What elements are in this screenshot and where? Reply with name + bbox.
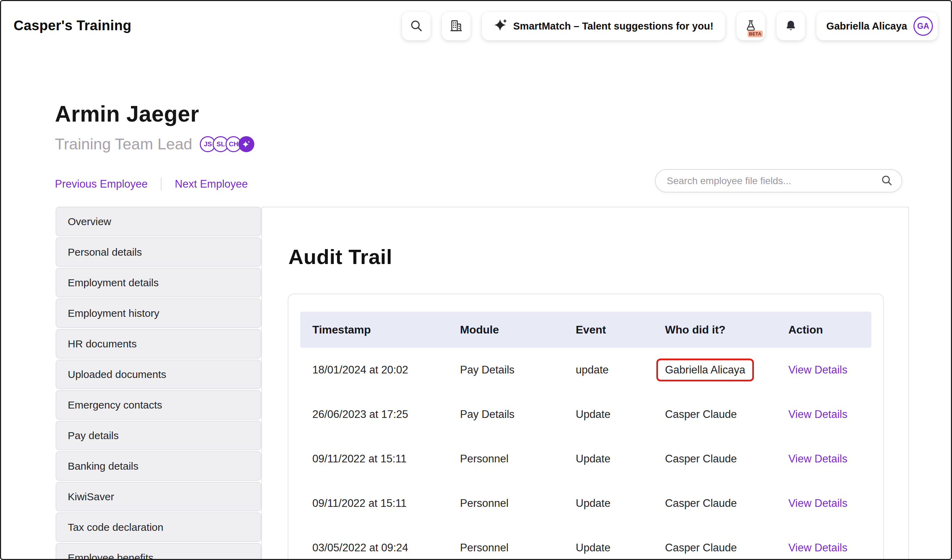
sidebar-item[interactable]: Banking details: [56, 451, 261, 481]
sidebar-item-label: Emergency contacts: [68, 399, 162, 411]
avatar: GA: [913, 16, 933, 36]
view-details-link[interactable]: View Details: [788, 541, 847, 554]
content-panel: Audit Trail Timestamp Module Event Who d…: [261, 207, 909, 560]
employee-file-search: [655, 169, 902, 193]
sidebar-item-label: Uploaded documents: [68, 369, 167, 380]
sidebar-item[interactable]: Tax code declaration: [56, 512, 261, 542]
employee-role: Training Team Lead: [55, 135, 192, 153]
sidebar-item-label: Overview: [68, 216, 111, 228]
sidebar-item[interactable]: Employee benefits: [56, 543, 261, 560]
column-header: Event: [564, 323, 653, 336]
organisation-button[interactable]: [442, 12, 470, 40]
cell-module: Pay Details: [448, 364, 564, 376]
cell-event: update: [564, 364, 653, 376]
sparkle-icon: [494, 18, 508, 34]
column-header: Module: [448, 323, 564, 336]
sidebar-item[interactable]: HR documents: [56, 329, 261, 358]
table-row: 03/05/2022 at 09:24 Personnel Update Cas…: [300, 526, 872, 560]
beta-labs-button[interactable]: BETA: [737, 12, 765, 40]
cell-event: Update: [564, 541, 653, 554]
app-title: Casper's Training: [14, 18, 131, 33]
who-value: Gabriella Alicaya: [656, 358, 754, 381]
cell-timestamp: 09/11/2022 at 15:11: [300, 497, 448, 510]
sidebar-item[interactable]: Emergency contacts: [56, 390, 261, 420]
column-header: Who did it?: [653, 323, 776, 336]
cell-who: Casper Claude: [653, 408, 776, 421]
cell-action: View Details: [776, 497, 872, 510]
sidebar-item[interactable]: Uploaded documents: [56, 359, 261, 389]
cell-event: Update: [564, 497, 653, 510]
table-row: 09/11/2022 at 15:11 Personnel Update Cas…: [300, 481, 872, 526]
sidebar-item-label: HR documents: [68, 338, 136, 350]
cell-action: View Details: [776, 408, 872, 421]
column-header: Timestamp: [300, 323, 448, 336]
view-details-link[interactable]: View Details: [788, 497, 847, 509]
cell-module: Personnel: [448, 541, 564, 554]
cell-action: View Details: [776, 453, 872, 465]
notifications-button[interactable]: [777, 12, 805, 40]
sidebar-item-label: Employee benefits: [68, 552, 154, 560]
table-row: 26/06/2023 at 17:25 Pay Details Update C…: [300, 392, 872, 437]
sidebar-item-label: Employment history: [68, 307, 159, 319]
smartmatch-button[interactable]: SmartMatch – Talent suggestions for you!: [482, 12, 725, 40]
table-row: 09/11/2022 at 15:11 Personnel Update Cas…: [300, 437, 872, 481]
cell-module: Personnel: [448, 453, 564, 465]
next-employee-link[interactable]: Next Employee: [175, 178, 248, 190]
previous-employee-link[interactable]: Previous Employee: [55, 178, 148, 190]
who-value: Casper Claude: [665, 541, 737, 554]
cell-timestamp: 09/11/2022 at 15:11: [300, 453, 448, 465]
cell-who: Gabriella Alicaya: [653, 358, 776, 381]
sidebar-item[interactable]: Employment history: [56, 298, 261, 328]
divider: [161, 177, 162, 191]
cell-action: View Details: [776, 541, 872, 554]
view-details-link[interactable]: View Details: [788, 364, 847, 376]
building-icon: [450, 19, 463, 33]
search-icon: [410, 19, 423, 33]
view-details-link[interactable]: View Details: [788, 453, 847, 465]
smartmatch-label: SmartMatch – Talent suggestions for you!: [513, 20, 713, 32]
cell-timestamp: 03/05/2022 at 09:24: [300, 541, 448, 554]
sidebar-item-label: Tax code declaration: [68, 521, 163, 533]
column-header: Action: [776, 323, 872, 336]
cell-action: View Details: [776, 364, 872, 376]
audit-table-card: Timestamp Module Event Who did it? Actio…: [288, 293, 884, 560]
bell-icon: [785, 20, 797, 33]
search-icon[interactable]: [881, 174, 893, 188]
cell-who: Casper Claude: [653, 453, 776, 465]
employee-name: Armin Jaeger: [55, 101, 199, 127]
topbar: Casper's Training: [1, 1, 951, 51]
table-row: 18/01/2024 at 20:02 Pay Details update G…: [300, 348, 872, 392]
cell-timestamp: 26/06/2023 at 17:25: [300, 408, 448, 421]
cell-module: Personnel: [448, 497, 564, 510]
sidebar-item[interactable]: KiwiSaver: [56, 482, 261, 511]
cell-timestamp: 18/01/2024 at 20:02: [300, 364, 448, 376]
cell-event: Update: [564, 408, 653, 421]
employee-badges: JS SL CH: [200, 136, 254, 152]
sidebar-item-label: Banking details: [68, 460, 138, 472]
cell-who: Casper Claude: [653, 497, 776, 510]
view-details-link[interactable]: View Details: [788, 408, 847, 420]
user-menu[interactable]: Gabriella Alicaya GA: [816, 12, 938, 40]
cell-who: Casper Claude: [653, 541, 776, 554]
table-body: 18/01/2024 at 20:02 Pay Details update G…: [300, 348, 872, 560]
beta-badge: BETA: [748, 31, 763, 37]
sidebar-item[interactable]: Overview: [56, 207, 261, 236]
sidebar-item[interactable]: Personal details: [56, 237, 261, 267]
sidebar-item-label: Employment details: [68, 277, 159, 288]
sidebar-item[interactable]: Pay details: [56, 421, 261, 450]
table-header: Timestamp Module Event Who did it? Actio…: [300, 312, 872, 348]
cell-event: Update: [564, 453, 653, 465]
global-search-button[interactable]: [402, 12, 431, 40]
sidebar-item-label: Personal details: [68, 246, 142, 258]
page-title: Audit Trail: [288, 245, 392, 269]
ai-sparkle-badge[interactable]: [238, 136, 254, 152]
sidebar-item-label: KiwiSaver: [68, 491, 114, 503]
sidebar-item-label: Pay details: [68, 430, 119, 441]
search-input[interactable]: [667, 176, 881, 187]
sidebar: Overview Personal details Employment det…: [56, 207, 261, 560]
employee-pager: Previous Employee Next Employee: [55, 177, 248, 191]
employee-subtitle: Training Team Lead JS SL CH: [55, 135, 254, 153]
sidebar-item[interactable]: Employment details: [56, 268, 261, 297]
topbar-actions: SmartMatch – Talent suggestions for you!…: [402, 12, 938, 40]
who-value: Casper Claude: [665, 453, 737, 465]
